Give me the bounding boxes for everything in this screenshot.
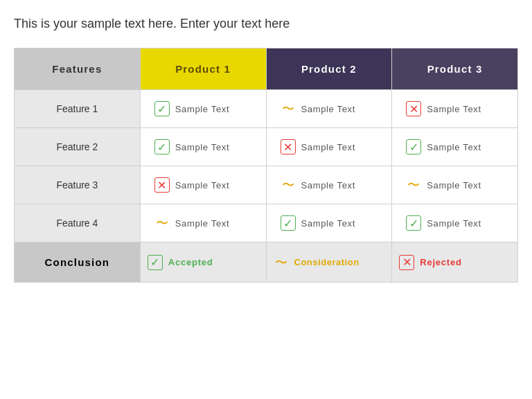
cell-text: Sample Text xyxy=(301,104,355,114)
cross-icon: ✕ xyxy=(406,101,421,116)
conclusion-label: Conclusion xyxy=(15,242,141,283)
table-row: Feature 4〜Sample Text✓Sample Text✓Sample… xyxy=(15,204,518,242)
conclusion-row: Conclusion✓Accepted〜Consideration✕Reject… xyxy=(15,242,518,283)
feature-label: Feature 3 xyxy=(15,166,141,204)
header-product2: Product 2 xyxy=(266,48,392,90)
wave-icon: 〜 xyxy=(281,101,296,116)
wave-icon: 〜 xyxy=(406,177,421,193)
table-row: Feature 2✓Sample Text✕Sample Text✓Sample… xyxy=(15,128,518,166)
cell-text: Sample Text xyxy=(301,180,355,190)
check-icon: ✓ xyxy=(281,215,296,231)
wave-icon: 〜 xyxy=(274,255,289,270)
comparison-table: Features Product 1 Product 2 Product 3 F… xyxy=(14,48,518,283)
cell-text: Sample Text xyxy=(427,218,481,229)
check-icon: ✓ xyxy=(148,255,163,270)
cross-icon: ✕ xyxy=(154,177,170,193)
header-product3: Product 3 xyxy=(392,48,518,90)
cell-text: Sample Text xyxy=(427,180,481,190)
check-icon: ✓ xyxy=(406,139,421,154)
conclusion-cell-p2: 〜Consideration xyxy=(266,242,392,283)
check-icon: ✓ xyxy=(154,139,170,154)
table-row: Feature 1✓Sample Text〜Sample Text✕Sample… xyxy=(15,90,518,128)
feature-label: Feature 1 xyxy=(15,90,141,128)
cell-text: Sample Text xyxy=(175,142,229,152)
cell-text: Sample Text xyxy=(427,104,481,114)
page-title: This is your sample text here. Enter you… xyxy=(14,17,518,31)
cell-text: Sample Text xyxy=(301,218,355,229)
check-icon: ✓ xyxy=(154,101,170,116)
header-features: Features xyxy=(15,48,141,90)
feature-label: Feature 2 xyxy=(15,128,141,166)
cross-icon: ✕ xyxy=(281,139,296,154)
cell-text: Sample Text xyxy=(301,142,355,152)
cell-text: Sample Text xyxy=(427,142,481,152)
cross-icon: ✕ xyxy=(399,255,414,270)
wave-icon: 〜 xyxy=(281,177,296,193)
wave-icon: 〜 xyxy=(154,215,170,231)
header-product1: Product 1 xyxy=(140,48,266,90)
feature-label: Feature 4 xyxy=(15,204,141,242)
cell-text: Sample Text xyxy=(175,104,229,114)
cell-text: Sample Text xyxy=(175,218,229,229)
conclusion-cell-p1: ✓Accepted xyxy=(140,242,266,283)
check-icon: ✓ xyxy=(406,215,421,231)
cell-text: Sample Text xyxy=(175,180,229,190)
conclusion-cell-p3: ✕Rejected xyxy=(392,242,518,283)
table-row: Feature 3✕Sample Text〜Sample Text〜Sample… xyxy=(15,166,518,204)
